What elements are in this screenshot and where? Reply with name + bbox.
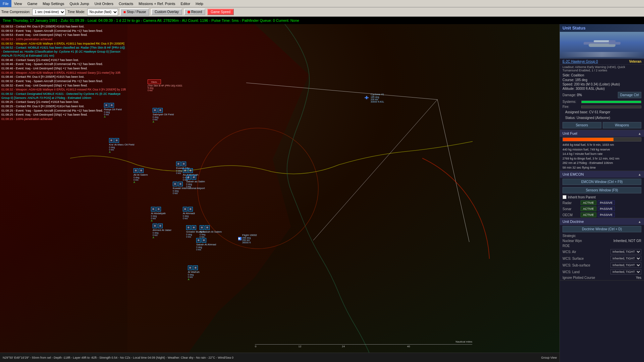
time-compression-select[interactable]: 1 sec (real-time) xyxy=(32,9,65,15)
map-unit-sabah-ahmad[interactable]: ⊞ ⊞ Sabah Al Ahmad 0 deg 0 kts xyxy=(196,238,216,251)
unit-icon-ahm2: ⊞ xyxy=(188,207,193,212)
emcon-radar-active[interactable]: ACTIVE xyxy=(581,200,596,205)
inherit-label: Inherit from Parent xyxy=(568,195,596,199)
sensors-button[interactable]: Sensors xyxy=(562,122,601,128)
unit-kts-aj: 0 kts xyxy=(153,234,158,236)
side-text: Side: Coalition xyxy=(562,73,584,77)
map-unit-sabah-salem[interactable]: ⊞ ⊞ Al Sabah Al Salem 0 deg 0 kts xyxy=(200,225,222,238)
unit-doctrine-header[interactable]: Unit Doctrine ▲ xyxy=(560,218,644,225)
unit-icon-sa: ⊞ xyxy=(196,238,201,243)
unit-info-sabriyah: 0 deg xyxy=(153,116,159,118)
systems-bar-fill xyxy=(582,101,641,103)
inherit-checkbox[interactable]: ✓ xyxy=(562,195,567,199)
menu-contacts[interactable]: Contacts xyxy=(116,0,136,7)
unit-link[interactable]: E-2C Hawkeye Group 0 xyxy=(562,60,598,63)
unit-deg-flight19002: 358 deg xyxy=(242,237,257,239)
altitude-row: Altitude: 30000 ft ASL (Auto) xyxy=(560,86,644,91)
unit-info-aj: 0 deg xyxy=(153,232,159,234)
menu-help[interactable]: Help xyxy=(193,0,206,7)
doctrine-wcs-air-select[interactable]: Inherited, TIGHT xyxy=(610,249,641,254)
unit-fuel-header[interactable]: Unit Fuel ▲ xyxy=(560,130,644,137)
menu-bar: File View Game Map Settings Quick Jump U… xyxy=(0,0,644,7)
map-unit-sabriyah[interactable]: ⊞ ⊞ Sabriyah Oil Field 0 deg 0 kts A xyxy=(153,108,174,123)
unit-emcon-header[interactable]: Unit EMCON ▲ xyxy=(560,171,644,178)
aircraft-tail xyxy=(609,40,615,44)
game-speed-button[interactable]: Game Speed xyxy=(207,9,234,15)
doctrine-wcs-subsurface-row: WCS: Sub-surface Inherited, TIGHT xyxy=(560,262,644,268)
weapons-button[interactable]: Weapons xyxy=(603,122,642,128)
emcon-sonar-active[interactable]: ACTIVE xyxy=(581,206,596,211)
unit-icon-sal: ⊞ xyxy=(183,168,187,173)
map-unit-ahmadi[interactable]: ⊞ ⊞ Al Ahmadi 0 deg 0 kts xyxy=(183,207,195,220)
aircraft-radome xyxy=(594,40,610,42)
menu-view[interactable]: View xyxy=(11,0,25,7)
doctrine-wcs-surface-select[interactable]: Inherited, TIGHT xyxy=(610,256,641,261)
ruler-12: 12 xyxy=(299,345,302,348)
unit-status-header: Unit Status xyxy=(560,24,644,32)
menu-file[interactable]: File xyxy=(0,0,11,7)
unit-icon-ki2: ⊞ xyxy=(178,182,183,186)
map-unit-cyclone[interactable]: Cyclone #1 185 deg 200 kts 30000 ft ASL xyxy=(364,93,384,103)
unit-icon-ratqa: ⊞ xyxy=(104,103,109,108)
fuel-collapse-btn[interactable]: ▲ xyxy=(638,132,641,135)
doctrine-strategic-label: Strategic xyxy=(562,234,576,238)
unit-a-waf: A xyxy=(188,278,190,281)
emcon-collapse-btn[interactable]: ▲ xyxy=(638,173,641,176)
unit-kts-flight19002: 350 kts xyxy=(242,239,257,241)
unit-icon-ali-salem2: ⊞ xyxy=(139,168,144,173)
side-row: Side: Coalition xyxy=(560,73,644,78)
emcon-oecm-passive[interactable]: PASSIVE xyxy=(598,213,615,217)
map-unit-kra[interactable]: ⊞ ⊞ Kra' Al-Maru Oil Field 0 deg 0 kts A xyxy=(109,138,134,153)
emcon-window-button[interactable]: EMCON Window (Ctrl + F9) xyxy=(562,179,641,185)
menu-editor[interactable]: Editor xyxy=(178,0,193,7)
menu-missions-ref[interactable]: Missions + Ref. Points xyxy=(136,0,178,7)
map-unit-kuwait-intl[interactable]: ⊞ ⊞ Kuwait International Airport 0 deg 0… xyxy=(173,182,205,194)
unit-status-section: Unit Status E-2C Hawkeye Group 0 Veteran xyxy=(560,24,644,130)
custom-overlay-button[interactable]: Custom Overlay xyxy=(151,9,182,15)
systems-bar: Systems: xyxy=(560,99,644,104)
map-area[interactable]: 01:08:53 - Contact RK Osa II [Fr:205ER] … xyxy=(0,24,559,362)
doctrine-title: Unit Doctrine xyxy=(562,220,584,224)
stop-pause-button[interactable]: ■ Stop / Pause xyxy=(120,8,150,16)
doctrine-wcs-subsurface-select[interactable]: Inherited, TIGHT xyxy=(610,262,641,268)
menu-quick-jump[interactable]: Quick Jump xyxy=(67,0,92,7)
menu-game[interactable]: Game xyxy=(24,0,40,7)
unit-info-sa: 0 deg xyxy=(196,246,202,248)
time-mode-select[interactable]: No-pulse (fast) xyxy=(87,9,118,15)
unit-label-1921: (Thin Skin B HF (PRV-16)) #1921 xyxy=(148,84,182,87)
unit-info-1921: 9 deg xyxy=(148,87,154,89)
assigned-base-text: Assigned base: CV 61 Ranger xyxy=(562,110,641,115)
systems-label: Systems: xyxy=(562,100,579,104)
unit-label-kra: Kra' Al-Maru Oil Field xyxy=(109,143,134,146)
emcon-sonar-passive[interactable]: PASSIVE xyxy=(598,206,615,211)
unit-info-sas: 0 deg xyxy=(200,233,206,236)
unit-label-sabriyah: Sabriyah Oil Field xyxy=(153,113,174,116)
unit-icon-ki: ⊞ xyxy=(173,182,177,186)
unit-label-ratqa: Ratqa Oil Field xyxy=(104,108,122,111)
doctrine-wcs-land-select[interactable]: Inherited, TIGHT xyxy=(610,269,641,275)
sensors-window-button[interactable]: Sensors Window (F9) xyxy=(562,187,641,193)
doctrine-collapse-btn[interactable]: ▲ xyxy=(638,220,641,224)
map-unit-flight19002[interactable]: ◆ Flight 19002 358 deg 350 kts 36000 ft xyxy=(238,234,257,244)
menu-map-settings[interactable]: Map Settings xyxy=(40,0,67,7)
record-button[interactable]: Record xyxy=(184,9,205,15)
map-unit-wafrah[interactable]: ⊞ ⊞ Al Wafrah 0 deg 0 kts A xyxy=(188,265,200,281)
map-unit-ali-salem[interactable]: ⊞ ⊞ Ali Al Salem 0 deg 0 kts A xyxy=(133,168,148,183)
unit-kts-sas: 0 kts xyxy=(200,236,205,238)
map-unit-1921[interactable]: Hava- (Thin Skin B HF (PRV-16)) #1921 9 … xyxy=(148,79,182,92)
doctrine-window-button[interactable]: Doctrine Window (Ctrl + D) xyxy=(562,226,641,232)
emcon-radar-passive[interactable]: PASSIVE xyxy=(598,200,615,205)
unit-status-row: Status: Unassigned (Airborne) xyxy=(560,115,644,121)
assigned-base-row: Assigned base: CV 61 Ranger xyxy=(560,109,644,115)
damage-ctrl-button[interactable]: Damage Ctrl xyxy=(618,92,641,98)
map-unit-ahmed-jaber[interactable]: ⊞ ⊞ Ahmed Al Jaber 0 deg 0 kts A xyxy=(153,224,171,239)
unit-icon-gb2: ⊞ xyxy=(192,225,196,230)
doctrine-ignore-plotted-row: Ignore Plotted Course Yes xyxy=(560,275,644,280)
emcon-oecm-active[interactable]: ACTIVE xyxy=(581,213,596,217)
svg-rect-6 xyxy=(366,96,367,97)
map-unit-abdaliyah[interactable]: ⊞ ⊞ Al Abdaliyah 0 deg 0 kts A xyxy=(151,207,166,222)
map-unit-ratqa[interactable]: ⊞ ⊞ Ratqa Oil Field 0 deg 0 kts A xyxy=(104,103,122,118)
nautical-miles-ruler: 0 12 24 40 Nautical miles xyxy=(255,345,472,351)
menu-unit-orders[interactable]: Unit Orders xyxy=(92,0,116,7)
unit-fuel-section: Unit Fuel ▲ 4456 kg total fuel, 5 hr 9 m… xyxy=(560,130,644,171)
